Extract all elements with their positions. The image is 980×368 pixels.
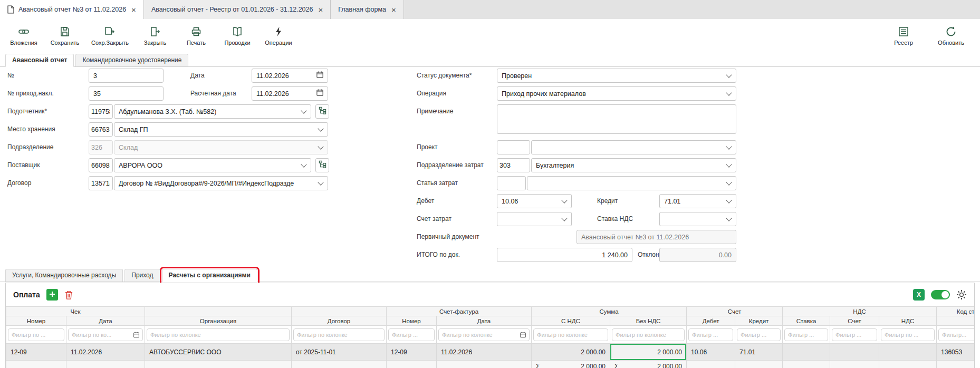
tab-advance-report[interactable]: Авансовый отчет — [5, 54, 74, 67]
table-cell[interactable]: от 2025-11-01 — [292, 344, 387, 361]
supplier-code-input[interactable] — [89, 158, 113, 172]
table-cell[interactable]: 71.01 — [735, 344, 783, 361]
registry-button[interactable]: Реестр — [884, 24, 923, 48]
column-header[interactable]: Договор — [292, 316, 387, 326]
storage-code-input[interactable] — [89, 122, 113, 137]
cost-account-select[interactable] — [497, 212, 572, 226]
attachments-button[interactable]: Вложения — [4, 24, 43, 48]
window-tab-main-form[interactable]: Главная форма × — [331, 0, 404, 19]
contract-code-input[interactable] — [89, 176, 113, 190]
storage-select[interactable]: Склад ГП — [114, 122, 328, 137]
print-button[interactable]: Печать — [177, 24, 216, 48]
table-cell[interactable]: 10.06 — [687, 344, 735, 361]
close-button[interactable]: Закрыть — [136, 24, 175, 48]
filter-input[interactable] — [784, 328, 828, 341]
column-header[interactable]: Дата — [437, 316, 532, 326]
filter-input[interactable] — [737, 328, 781, 341]
table-cell[interactable] — [830, 344, 879, 361]
tab-receipt[interactable]: Приход — [124, 269, 160, 282]
filter-input[interactable] — [147, 328, 290, 341]
calc-date-input[interactable]: 11.02.2026 — [252, 86, 328, 101]
table-cell[interactable]: АВТОБУССЕРВИС ООО — [145, 344, 292, 361]
date-input[interactable]: 11.02.2026 — [252, 69, 328, 83]
window-tab-advance-report[interactable]: Авансовый отчет №3 от 11.02.2026 × — [0, 0, 144, 19]
operations-button[interactable]: Операции — [259, 24, 298, 48]
status-select[interactable]: Проверен — [497, 69, 736, 83]
column-header[interactable]: Организация — [145, 316, 292, 326]
table-row[interactable]: 12-09 11.02.2026 АВТОБУССЕРВИС ООО от 20… — [6, 344, 975, 361]
filter-input[interactable] — [8, 328, 64, 341]
tab-settlements-with-organizations[interactable]: Расчеты с организациями — [162, 269, 257, 282]
filter-input[interactable] — [68, 328, 143, 341]
save-button[interactable]: Сохранить — [45, 24, 84, 48]
debit-select[interactable]: 10.06 — [497, 194, 572, 208]
calendar-icon[interactable] — [520, 331, 526, 338]
table-cell[interactable]: 136053 — [937, 344, 975, 361]
accountable-hierarchy-button[interactable] — [315, 104, 329, 119]
filter-input[interactable] — [881, 328, 935, 341]
filter-input[interactable] — [533, 328, 608, 341]
column-header[interactable]: Дата — [66, 316, 145, 326]
project-code-input[interactable] — [497, 140, 530, 154]
number-input[interactable] — [89, 69, 164, 83]
filter-input[interactable] — [612, 328, 685, 341]
credit-select[interactable]: 71.01 — [659, 194, 736, 208]
table-cell[interactable]: 12-09 — [387, 344, 437, 361]
accountable-select[interactable]: Абдульманова З.Х. (Таб. №582) — [114, 104, 311, 119]
supplier-hierarchy-button[interactable] — [315, 158, 329, 172]
column-header[interactable]: Номер — [6, 316, 66, 326]
close-tab-icon[interactable]: × — [131, 6, 136, 14]
total-input[interactable] — [497, 248, 632, 262]
column-header[interactable]: Кредит — [735, 316, 783, 326]
table-cell[interactable] — [879, 344, 937, 361]
incoming-number-input[interactable] — [89, 86, 164, 101]
note-textarea[interactable] — [497, 104, 736, 134]
table-cell[interactable] — [783, 344, 830, 361]
filter-input[interactable] — [688, 328, 733, 341]
calendar-icon[interactable] — [316, 71, 324, 81]
delete-row-icon[interactable] — [64, 290, 73, 300]
supplier-select[interactable]: АВРОРА ООО — [114, 158, 311, 172]
add-row-button[interactable] — [46, 289, 58, 301]
close-tab-icon[interactable]: × — [318, 6, 323, 14]
calendar-icon[interactable] — [316, 89, 324, 99]
calendar-icon[interactable] — [133, 331, 140, 338]
filter-input[interactable] — [293, 328, 385, 341]
settings-gear-icon[interactable] — [956, 289, 967, 300]
close-tab-icon[interactable]: × — [391, 6, 396, 14]
column-header[interactable]: Ставка — [783, 316, 830, 326]
operation-select[interactable]: Приход прочих материалов — [497, 86, 736, 101]
tab-travel-certificate[interactable]: Командировочное удостоверение — [75, 54, 188, 66]
window-tab-registry[interactable]: Авансовый отчет - Реестр от 01.01.2026 -… — [144, 0, 331, 19]
table-cell[interactable]: 11.02.2026 — [437, 344, 532, 361]
column-header[interactable]: Номер — [387, 316, 437, 326]
project-select[interactable] — [531, 140, 736, 154]
cost-department-select[interactable]: Бухгалтерия — [531, 158, 736, 172]
column-header[interactable]: Счет — [830, 316, 879, 326]
table-cell-focused[interactable]: 2 000.00 — [610, 344, 687, 361]
column-header[interactable]: С НДС — [532, 316, 610, 326]
column-header[interactable] — [937, 316, 975, 326]
cost-item-code-input[interactable] — [497, 176, 526, 190]
column-header[interactable]: Без НДС — [610, 316, 687, 326]
vat-rate-select[interactable] — [659, 212, 736, 226]
filter-row-toggle[interactable] — [931, 290, 950, 299]
save-close-button[interactable]: Сохр.Закрыть — [87, 24, 133, 48]
tab-services-travel-expenses[interactable]: Услуги, Командировочные расходы — [5, 269, 123, 282]
excel-export-button[interactable]: X — [913, 289, 925, 301]
filter-input[interactable] — [438, 328, 530, 341]
column-header[interactable]: Дебет — [687, 316, 735, 326]
contract-select[interactable]: Договор № #ВидДоговора#/9-2026/МП/#Индек… — [114, 176, 328, 190]
column-header[interactable]: НДС — [879, 316, 937, 326]
table-cell[interactable]: 11.02.2026 — [66, 344, 145, 361]
filter-input[interactable] — [832, 328, 877, 341]
filter-input[interactable] — [388, 328, 435, 341]
table-cell[interactable]: 2 000.00 — [532, 344, 610, 361]
cost-department-code-input[interactable] — [497, 158, 530, 172]
table-cell[interactable]: 12-09 — [6, 344, 66, 361]
accountable-code-input[interactable] — [89, 104, 113, 119]
filter-input[interactable] — [938, 328, 975, 341]
refresh-button[interactable]: Обновить — [931, 24, 971, 48]
postings-button[interactable]: Проводки — [218, 24, 257, 48]
cost-item-select[interactable] — [527, 176, 736, 190]
